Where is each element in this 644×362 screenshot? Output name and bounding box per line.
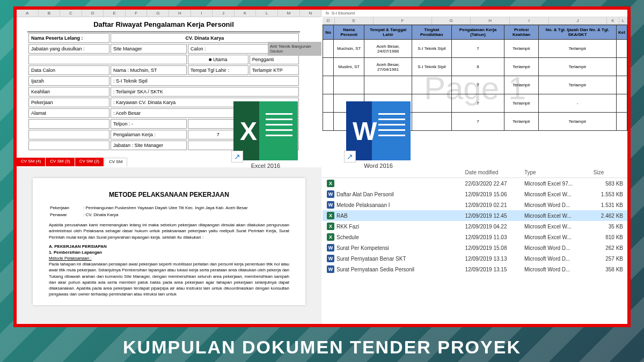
value: Karyawan CV. Dinata Karya: [116, 100, 175, 105]
document-page: METODE PELAKSANAAN PEKERJAAN Pekerjaan: …: [33, 178, 305, 305]
label: Pekerjaan: [28, 98, 109, 107]
paragraph: Apabila perusahaan kami memenangkan lela…: [49, 222, 289, 240]
th: Pengalaman Kerja (Tahun): [451, 25, 504, 40]
label: Alamat: [28, 108, 109, 118]
excel-file-icon: X: [327, 223, 334, 230]
value: : CV. Dinata Karya: [83, 212, 288, 218]
word-icon: W ↗: [346, 101, 411, 160]
excel-icon: X ↗: [233, 101, 298, 160]
file-row[interactable]: WSurat Pernyataan Sedia Personil12/09/20…: [323, 264, 627, 275]
content-frame: ABCDEFGHIJKLMN Daftar Riwayat Pengalaman…: [13, 6, 631, 327]
word-file-icon: W: [327, 244, 334, 252]
app-icons-overlay: X ↗ Excel 2016 W ↗ Word 2016: [233, 101, 411, 169]
th: Tempat & Tanggal Lahir: [364, 25, 412, 40]
file-list: X22/03/2020 22.47Microsoft Excel 97...58…: [323, 178, 627, 275]
word-file-icon: W: [327, 201, 334, 209]
column-headers: ABCDEFGHIJKLMN: [17, 10, 321, 17]
col-type[interactable]: Type: [524, 169, 594, 175]
label: Nama :: [113, 68, 129, 73]
app-label: Excel 2016: [251, 162, 280, 169]
value: : Pembangunan Puskestren Yayasan Dayah U…: [83, 205, 288, 211]
label: Pengalaman Kerja :: [111, 130, 187, 139]
formula-bar[interactable]: S-I Ekonomi: [332, 11, 355, 16]
option: Utama: [213, 57, 228, 62]
value: Site Manager: [134, 143, 163, 148]
excel-shortcut[interactable]: X ↗ Excel 2016: [233, 101, 298, 169]
word-file-icon: W: [327, 190, 334, 198]
excel-file-icon: X: [327, 180, 334, 187]
option: Pengganti: [250, 55, 299, 64]
value: S-I Teknik Sipil: [116, 78, 148, 84]
shortcut-arrow-icon: ↗: [344, 151, 356, 162]
label: Jabatan :: [113, 143, 133, 148]
file-row[interactable]: WMetode Pelaksanaan I12/09/2019 02.21Mic…: [323, 200, 627, 210]
value: -: [131, 121, 133, 127]
sheet-tab[interactable]: CV SM (3): [46, 158, 75, 166]
shortcut-arrow-icon: ↗: [231, 151, 243, 162]
file-row[interactable]: XRAB12/09/2019 12.45Microsoft Excel W...…: [323, 210, 627, 221]
col-date[interactable]: Date modified: [465, 169, 524, 175]
excel-file-icon: X: [327, 233, 334, 241]
th: Ket: [617, 25, 627, 40]
word-doc-pane: METODE PELAKSANAAN PEKERJAAN Pekerjaan: …: [17, 167, 321, 324]
file-row[interactable]: X22/03/2020 22.47Microsoft Excel 97...58…: [323, 178, 627, 189]
th: No: [323, 25, 334, 40]
label: Pekerjaan: [50, 205, 82, 211]
label: Penawar: [50, 212, 82, 218]
col-size[interactable]: Size: [594, 169, 623, 175]
sheet-tab[interactable]: CV SM (2): [75, 158, 104, 166]
subheading: Metode Pelaksanaan :: [49, 255, 289, 261]
paragraph: Pada tahapan ini dilaksanakan persiapan …: [49, 261, 289, 297]
word-file-icon: W: [327, 265, 334, 273]
table-row[interactable]: Muchsin, STAceh Besar, 24/07/1988S-I Tek…: [323, 40, 627, 58]
column-headers: DEFGHIJKL: [323, 17, 627, 25]
file-row[interactable]: XRKK Fazi12/09/2019 04.22Microsoft Excel…: [323, 221, 627, 232]
word-shortcut[interactable]: W ↗ Word 2016: [346, 101, 411, 169]
th: No. & Tgl. Ijazah Dan No. & Tgl. SKA/SKT: [538, 25, 616, 40]
th: Profesi Keahlian: [504, 25, 539, 40]
sheet-tab[interactable]: CV SM (4): [17, 158, 46, 166]
file-row[interactable]: XSchedule12/09/2019 11.03Microsoft Excel…: [323, 232, 627, 242]
section-heading: 1. Pembersihan Lapangan: [49, 249, 289, 255]
doc-title: METODE PELAKSANAAN PEKERJAAN: [49, 190, 289, 200]
label: Data Calon: [28, 65, 109, 75]
label: Keahlian: [28, 87, 109, 97]
section-heading: A. PEKERJAAN PERSIAPAN: [49, 243, 289, 249]
label: Jabatan yang diusulkan :: [28, 44, 109, 54]
table-row[interactable]: 7TerlampirTerlampir: [323, 76, 627, 94]
app-label: Word 2016: [364, 162, 393, 169]
sheet-tabs: CV SM (4) CV SM (3) CV SM (2) CV SM: [17, 158, 127, 166]
side-note: Ahli Teknik Bangunan Gedun: [268, 42, 321, 56]
file-explorer-pane: Date modified Type Size X22/03/2020 22.4…: [323, 167, 627, 324]
word-file-icon: W: [327, 255, 334, 262]
page-caption: KUMPULAN DOKUMEN TENDER PROYEK: [0, 337, 644, 358]
excel-file-icon: X: [327, 212, 334, 219]
value: Site Manager: [111, 44, 187, 54]
file-row[interactable]: WDaftar Alat Dan Personil12/09/2019 15.0…: [323, 189, 627, 200]
label: Tempat Tgl Lahir :: [188, 65, 248, 75]
sheet-tab-active[interactable]: CV SM: [104, 158, 127, 166]
value: Terlampir SKA / SKTK: [116, 89, 163, 94]
value: Aceh Besar: [115, 110, 141, 116]
value: Terlampir KTP: [250, 65, 299, 75]
form-title: Daftar Riwayat Pengalaman Kerja Personil: [27, 17, 300, 32]
th: Nama Personil: [334, 25, 364, 40]
file-row[interactable]: WSurat Per Kompetensi12/09/2019 15.08Mic…: [323, 242, 627, 253]
value: Muchsin, ST: [130, 68, 157, 73]
label: Telpon :: [113, 121, 130, 127]
label: Ijazah: [28, 76, 109, 86]
file-row[interactable]: WSurat Pernyataan Benar SKT12/09/2019 13…: [323, 253, 627, 264]
label: Nama Peserta Lelang :: [28, 33, 109, 43]
table-row[interactable]: Muslim, STAceh Besar, 27/04/1981S-I Tekn…: [323, 58, 627, 76]
th: Tingkat Pendidikan: [412, 25, 451, 40]
